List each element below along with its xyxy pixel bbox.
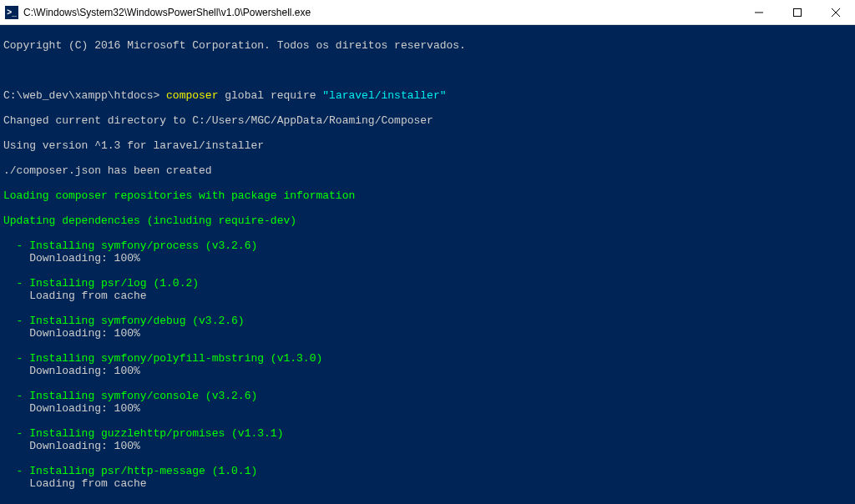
minimize-button[interactable] [740,0,778,25]
close-button[interactable] [817,0,855,25]
blank-line [3,377,852,390]
maximize-icon [793,8,802,17]
window-titlebar: >_ C:\Windows\System32\WindowsPowerShell… [0,0,855,25]
command-args: global require [218,89,322,102]
download-line: Downloading: 100% [3,252,852,265]
prompt-path: C:\web_dev\xampp\htdocs> [3,89,166,102]
window-controls [740,0,855,25]
blank-line [3,415,852,427]
minimize-icon [755,8,763,17]
blank-line [3,302,852,315]
install-line: - Installing psr/log (1.0.2) [3,277,852,290]
blank-line [3,64,852,77]
window-title: C:\Windows\System32\WindowsPowerShell\v1… [23,7,740,18]
download-line: Downloading: 100% [3,402,852,415]
download-line: Loading from cache [3,477,852,490]
install-line: - Installing symfony/process (v3.2.6) [3,239,852,252]
command-composer: composer [166,89,218,102]
install-line: - Installing symfony/console (v3.2.6) [3,390,852,402]
install-line: - Installing symfony/polyfill-mbstring (… [3,352,852,365]
svg-rect-1 [794,8,802,16]
terminal-output[interactable]: Copyright (C) 2016 Microsoft Corporation… [0,25,855,504]
command-line: C:\web_dev\xampp\htdocs> composer global… [3,89,852,102]
download-line: Downloading: 100% [3,440,852,452]
close-icon [832,8,840,17]
download-line: Loading from cache [3,290,852,302]
output-line: Updating dependencies (including require… [3,214,852,227]
output-line: Loading composer repositories with packa… [3,189,852,202]
blank-line [3,265,852,277]
powershell-icon: >_ [5,6,18,19]
blank-line [3,452,852,465]
install-line: - Installing psr/http-message (1.0.1) [3,465,852,477]
download-line: Downloading: 100% [3,327,852,340]
output-line: Changed current directory to C:/Users/MG… [3,114,852,127]
blank-line [3,490,852,502]
command-package: "laravel/installer" [322,89,446,102]
install-line: - Installing guzzlehttp/promises (v1.3.1… [3,427,852,440]
output-line: Using version ^1.3 for laravel/installer [3,139,852,152]
blank-line [3,340,852,352]
install-line: - Installing symfony/debug (v3.2.6) [3,315,852,327]
maximize-button[interactable] [778,0,817,25]
copyright-line: Copyright (C) 2016 Microsoft Corporation… [3,39,852,52]
output-line: ./composer.json has been created [3,164,852,177]
download-line: Downloading: 100% [3,365,852,377]
